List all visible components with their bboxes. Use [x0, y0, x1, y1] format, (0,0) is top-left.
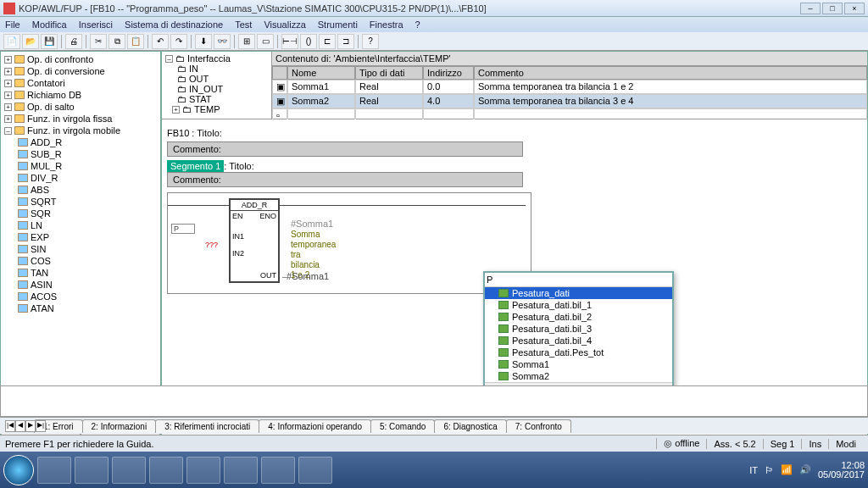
tree-leaf: ASIN [3, 279, 159, 291]
tree-item: +Op. di conversione [3, 65, 159, 77]
windows-taskbar[interactable]: IT 🏳 📶 🔊 12:0805/09/2017 [0, 452, 868, 488]
output-panel [0, 385, 868, 417]
contact-icon[interactable]: ⊢⊣ [281, 34, 298, 49]
download-icon[interactable]: ⬇ [195, 34, 212, 49]
tray-lang[interactable]: IT [749, 465, 758, 475]
menu-help[interactable]: ? [415, 19, 420, 30]
list-item: Pesatura_dati.bil_4 [485, 335, 672, 347]
out-value[interactable]: –#Somma1 [282, 271, 329, 281]
tray-sound-icon[interactable]: 🔊 [799, 464, 811, 475]
fb-comment[interactable]: Commento: [167, 141, 523, 157]
window-title: KOP/AWL/FUP - [FB10 -- "Programma_peso" … [19, 3, 800, 14]
monitor-icon[interactable]: 👓 [214, 34, 231, 49]
menu-edit[interactable]: Modifica [32, 19, 67, 30]
list-item: Pesatura_dati.bil_1 [485, 299, 672, 311]
taskbar-explorer-icon[interactable] [75, 457, 108, 484]
network-1[interactable]: ADD_R EN ENO IN1 IN2 OUT P ??? #Somma1So… [167, 192, 531, 294]
list-item: Somma2 [485, 370, 672, 382]
network-icon[interactable]: ⊞ [238, 34, 255, 49]
taskbar-ie-icon[interactable] [37, 457, 71, 484]
undo-icon[interactable]: ↶ [152, 34, 169, 49]
tray-flag-icon[interactable]: 🏳 [765, 465, 774, 475]
paste-icon[interactable]: 📋 [127, 34, 144, 49]
maximize-button[interactable]: □ [822, 3, 843, 14]
taskbar-editor-icon[interactable] [298, 457, 332, 484]
menu-test[interactable]: Test [235, 19, 252, 30]
connect-icon[interactable]: ⊐ [337, 34, 354, 49]
add-r-block[interactable]: ADD_R EN ENO IN1 IN2 OUT [229, 198, 280, 283]
interface-tree[interactable]: –🗀 Interfaccia 🗀 IN 🗀 OUT 🗀 IN_OUT 🗀 STA… [162, 52, 272, 119]
coil-icon[interactable]: () [300, 34, 317, 49]
tree-leaf: SQR [3, 208, 159, 219]
menu-file[interactable]: File [5, 19, 20, 30]
copy-icon[interactable]: ⧉ [108, 34, 125, 49]
in1-input[interactable]: P [171, 224, 195, 234]
menu-target[interactable]: Sistema di destinazione [125, 19, 223, 30]
instruction-tree[interactable]: +Op. di confronto +Op. di conversione +C… [1, 52, 160, 413]
taskbar-app-icon[interactable] [186, 457, 220, 484]
tree-leaf: TAN [3, 267, 159, 279]
tree-leaf: ACOS [3, 291, 159, 302]
box-icon[interactable]: ▭ [257, 34, 274, 49]
menu-bar: File Modifica Inserisci Sistema di desti… [0, 17, 868, 32]
system-tray[interactable]: IT 🏳 📶 🔊 12:0805/09/2017 [749, 461, 865, 480]
new-icon[interactable]: 📄 [3, 34, 20, 49]
cut-icon[interactable]: ✂ [90, 34, 107, 49]
close-button[interactable]: × [844, 3, 865, 14]
taskbar-simatic-icon[interactable] [261, 457, 295, 484]
print-icon[interactable]: 🖨 [65, 34, 82, 49]
list-item: Pesatura_dati.bil_3 [485, 323, 672, 335]
minimize-button[interactable]: – [800, 3, 821, 14]
tree-item: +Funz. in virgola fissa [3, 113, 159, 125]
list-item: Pesatura_dati [485, 287, 672, 299]
tray-network-icon[interactable]: 📶 [781, 464, 793, 475]
in2-input[interactable]: ??? [205, 241, 218, 249]
tree-leaf: ATAN [3, 302, 159, 314]
taskbar-app-icon[interactable] [224, 457, 258, 484]
list-item: Pesatura_dati.bil_2 [485, 311, 672, 323]
taskbar-word-icon[interactable] [149, 457, 183, 484]
tree-leaf: ABS [3, 184, 159, 196]
table-row: ▣Somma1Real0.0Somma temporanea tra bilan… [272, 80, 867, 94]
table-row: ▣Somma2Real4.0Somma temporanea tra bilan… [272, 94, 867, 108]
tab-info[interactable]: 2: Informazioni [82, 419, 157, 433]
tree-item: –Funz. in virgola mobile [3, 125, 159, 136]
redo-icon[interactable]: ↷ [170, 34, 187, 49]
tree-leaf: MUL_R [3, 160, 159, 172]
tab-xref[interactable]: 3: Riferimenti incrociati [155, 419, 259, 433]
taskbar-skype-icon[interactable] [112, 457, 146, 484]
tree-leaf: ADD_R [3, 136, 159, 148]
filter-text[interactable]: P [487, 274, 492, 285]
open-icon[interactable]: 📂 [22, 34, 39, 49]
start-button[interactable] [3, 455, 34, 485]
table-header: Contenuto di: 'Ambiente\Interfaccia\TEMP… [272, 52, 867, 66]
status-bar: Premere F1 per richiedere la Guida. ◎ of… [0, 435, 868, 452]
tray-date[interactable]: 05/09/2017 [818, 470, 865, 480]
tree-item: +Contatori [3, 77, 159, 89]
save-icon[interactable]: 💾 [41, 34, 58, 49]
tree-leaf: SIN [3, 243, 159, 255]
segment-label[interactable]: Segmento 1 [167, 160, 224, 172]
menu-view[interactable]: Visualizza [264, 19, 305, 30]
menu-window[interactable]: Finestra [370, 19, 403, 30]
segment-comment[interactable]: Commento: [167, 172, 523, 187]
tree-leaf: LN [3, 219, 159, 231]
tree-item: +Op. di confronto [3, 53, 159, 65]
menu-insert[interactable]: Inserisci [79, 19, 113, 30]
tree-leaf: DIV_R [3, 172, 159, 184]
tab-command[interactable]: 5: Comando [370, 419, 435, 433]
help-icon[interactable]: ? [362, 34, 379, 49]
list-item: Somma1 [485, 358, 672, 370]
variable-table[interactable]: Contenuto di: 'Ambiente\Interfaccia\TEMP… [272, 52, 867, 119]
tab-compare[interactable]: 7: Confronto [506, 419, 571, 433]
tray-time[interactable]: 12:08 [818, 461, 865, 470]
status-hint: Premere F1 per richiedere la Guida. [5, 439, 153, 449]
menu-tools[interactable]: Strumenti [318, 19, 358, 30]
list-item: Pesatura_dati.Pes_tot [485, 347, 672, 358]
autocomplete-popup[interactable]: P Pesatura_dati Pesatura_dati.bil_1 Pesa… [483, 271, 674, 392]
tab-diag[interactable]: 6: Diagnostica [434, 419, 506, 433]
tree-leaf: COS [3, 255, 159, 267]
branch-icon[interactable]: ⊏ [319, 34, 336, 49]
tree-leaf: EXP [3, 231, 159, 243]
tab-operand[interactable]: 4: Informazioni operando [259, 419, 371, 433]
